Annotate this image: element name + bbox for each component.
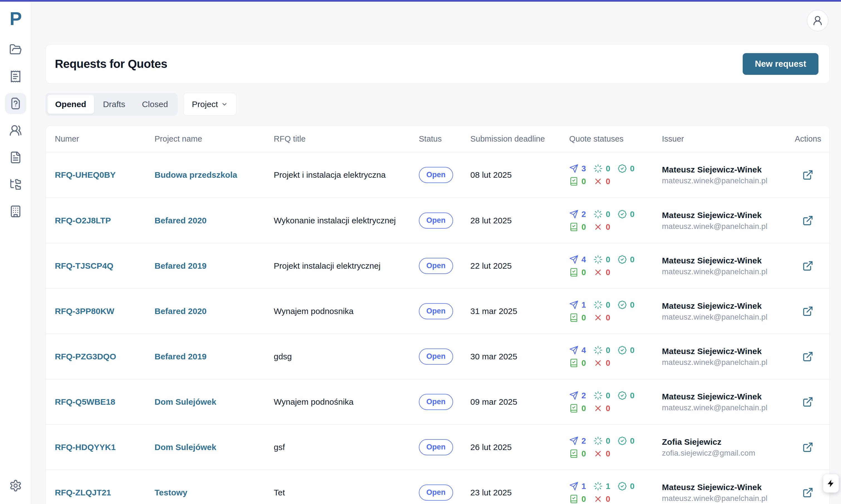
accepted-count: 0 [618,300,634,309]
quote-statuses: 2 0 0 0 0 [569,436,634,458]
chevron-down-icon [221,101,228,108]
rfq-number-link[interactable]: RFQ-Q5WBE18 [55,397,115,407]
project-name-link[interactable]: Befared 2020 [155,216,207,225]
rejected-count: 0 [594,222,610,231]
open-rfq-button[interactable] [802,215,813,226]
rfq-number-link[interactable]: RFQ-PZG3DQO [55,352,116,361]
loader-icon [594,482,603,491]
x-icon [594,268,603,277]
external-link-icon [802,215,813,226]
issuer-email: mateusz.winek@panelchain.pl [662,358,768,366]
open-rfq-button[interactable] [802,306,813,317]
open-rfq-button[interactable] [802,169,813,181]
rfq-number-link[interactable]: RFQ-TJSCP4Q [55,261,113,271]
table-row[interactable]: RFQ-HDQYYK1 Dom Sulejówek gsf Open 26 lu… [46,424,829,469]
rfq-number-link[interactable]: RFQ-O2J8LTP [55,216,111,225]
table-body: RFQ-UHEQ0BY Budowa przedszkola Projekt i… [46,152,829,504]
x-icon [594,449,603,458]
issuer-cell: Mateusz Siejewicz-Winek mateusz.winek@pa… [662,346,768,366]
badge-check-icon [618,255,627,264]
project-name-link[interactable]: Testowy [155,488,187,497]
rejected-count: 0 [594,177,610,186]
external-link-icon [802,351,813,362]
status-tabs: Opened Drafts Closed [46,93,178,116]
loader-icon [594,210,603,219]
badge-check-icon [618,345,627,355]
sidebar-item-company[interactable] [5,201,26,222]
table-row[interactable]: RFQ-3PP80KW Befared 2020 Wynajem podnosn… [46,288,829,334]
issuer-cell: Mateusz Siejewicz-Winek mateusz.winek@pa… [662,210,768,231]
submission-deadline-text: 31 mar 2025 [470,307,517,316]
quote-statuses-line-1: 2 0 0 [569,436,634,445]
new-request-button[interactable]: New request [743,53,819,75]
project-name-link[interactable]: Befared 2020 [155,307,207,316]
sidebar-item-settings[interactable] [5,475,26,496]
table-row[interactable]: RFQ-ZLQJT21 Testowy Tet Open 23 lut 2025… [46,469,829,504]
submitted-count: 0 [569,403,586,413]
sent-count: 2 [569,210,586,219]
user-avatar-button[interactable] [807,10,828,32]
external-link-icon [802,396,813,408]
project-filter-dropdown[interactable]: Project [183,93,237,116]
app-logo[interactable]: P [10,10,21,28]
status-badge: Open [419,485,453,501]
sidebar-item-projects[interactable] [5,39,26,60]
status-cell: Open [419,439,453,455]
table-row[interactable]: RFQ-UHEQ0BY Budowa przedszkola Projekt i… [46,152,829,197]
issuer-name: Mateusz Siejewicz-Winek [662,346,768,356]
rfq-number-link[interactable]: RFQ-3PP80KW [55,307,114,316]
rfq-number-link[interactable]: RFQ-ZLQJT21 [55,488,111,497]
badge-check-icon [618,210,627,219]
submitted-count: 0 [569,494,586,503]
page-title: Requests for Quotes [55,57,743,71]
project-name-link[interactable]: Befared 2019 [155,261,207,271]
badge-check-icon [618,436,627,445]
project-name-link[interactable]: Dom Sulejówek [155,397,217,407]
status-badge: Open [419,348,453,365]
table-row[interactable]: RFQ-PZG3DQO Befared 2019 gdsg Open 30 ma… [46,334,829,379]
issuer-email: mateusz.winek@panelchain.pl [662,176,768,185]
quote-statuses-line-2: 0 0 [569,403,634,413]
rfq-title-text: Wynajem podnosnika [274,307,354,316]
tab-drafts[interactable]: Drafts [95,95,133,114]
rejected-count: 0 [594,403,610,413]
rfq-number-link[interactable]: RFQ-UHEQ0BY [55,170,116,180]
submission-deadline-text: 09 mar 2025 [470,397,517,407]
users-icon [9,124,22,137]
quick-actions-button[interactable] [823,474,839,492]
rfq-table: Numer Project name RFQ title Status Subm… [46,125,830,504]
table-row[interactable]: RFQ-Q5WBE18 Dom Sulejówek Wynajem podnoś… [46,379,829,424]
sidebar-item-structure[interactable] [5,174,26,195]
tab-opened[interactable]: Opened [47,95,94,114]
open-rfq-button[interactable] [802,351,813,362]
loader-icon [594,300,603,309]
table-row[interactable]: RFQ-TJSCP4Q Befared 2019 Projekt instala… [46,243,829,288]
project-name-link[interactable]: Befared 2019 [155,352,207,361]
open-rfq-button[interactable] [802,396,813,408]
submission-deadline-text: 23 lut 2025 [470,488,512,497]
open-rfq-button[interactable] [802,487,813,498]
loader-icon [594,391,603,400]
project-name-link[interactable]: Dom Sulejówek [155,443,217,452]
open-rfq-button[interactable] [802,260,813,271]
submission-deadline-text: 26 lut 2025 [470,443,512,452]
rejected-count: 0 [594,449,610,458]
open-rfq-button[interactable] [802,442,813,453]
project-name-link[interactable]: Budowa przedszkola [155,170,237,180]
issuer-name: Zofia Siejewicz [662,437,755,446]
quote-statuses-line-1: 1 1 0 [569,482,634,491]
sidebar-item-documents[interactable] [5,147,26,168]
status-cell: Open [419,167,453,183]
quote-statuses-line-1: 4 0 0 [569,255,634,264]
table-row[interactable]: RFQ-O2J8LTP Befared 2020 Wykonanie insta… [46,197,829,243]
sidebar-item-rfq[interactable] [5,93,26,114]
folder-open-icon [9,43,22,56]
sidebar-item-contacts[interactable] [5,120,26,141]
rfq-number-link[interactable]: RFQ-HDQYYK1 [55,443,116,452]
sent-count: 1 [569,300,586,309]
quote-statuses-line-1: 4 0 0 [569,345,634,355]
issuer-email: mateusz.winek@panelchain.pl [662,494,768,503]
book-check-icon [569,177,578,186]
tab-closed[interactable]: Closed [134,95,176,114]
sidebar-item-invoices[interactable] [5,66,26,87]
